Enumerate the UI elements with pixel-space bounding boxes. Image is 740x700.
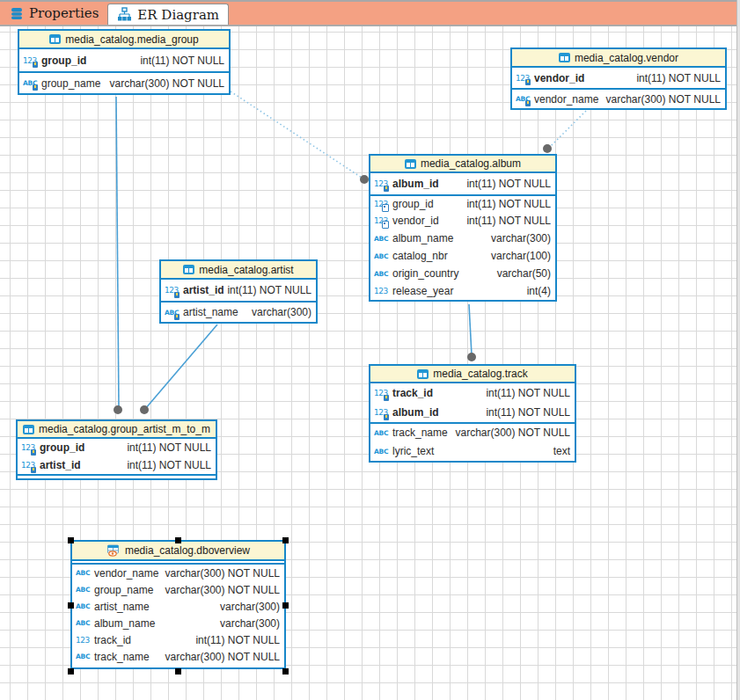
selection-handle-bottom-left[interactable] (68, 668, 74, 674)
tab-label: Properties (29, 5, 99, 21)
entity-track[interactable]: media_catalog.track track_id int(11) NOT… (369, 364, 576, 463)
relation-endpoint[interactable] (114, 405, 122, 414)
entity-header[interactable]: media_catalog.vendor (512, 49, 725, 68)
entity-header[interactable]: media_catalog.group_artist_m_to_m (18, 421, 216, 439)
entity-vendor[interactable]: media_catalog.vendor vendor_id int(11) N… (510, 47, 727, 110)
erd-editor: Properties ER Diagram (0, 0, 740, 700)
selection-handle-top-middle[interactable] (175, 537, 181, 543)
column-row[interactable]: album_id int(11) NOT NULL (370, 173, 555, 194)
text-key-icon (23, 77, 39, 89)
numeric-fk-icon (374, 215, 390, 227)
numeric-fk-icon (374, 199, 390, 210)
column-row[interactable]: group_name varchar(300) NOT NULL (19, 71, 229, 93)
column-row[interactable]: album_id int(11) NOT NULL (370, 403, 575, 422)
column-row[interactable]: artist_id int(11) NOT NULL (18, 456, 216, 474)
table-icon (417, 369, 429, 379)
table-icon (405, 159, 416, 169)
text-icon (374, 446, 390, 457)
entity-title: media_catalog.dboverview (125, 544, 250, 557)
entity-dboverview[interactable]: media_catalog.dboverview vendor_name var… (70, 540, 286, 669)
numeric-pk-icon (374, 388, 390, 399)
numeric-pk-icon (374, 407, 390, 419)
entity-title: media_catalog.media_group (65, 33, 198, 46)
text-icon (76, 584, 92, 595)
database-icon (9, 6, 24, 21)
text-key-icon (516, 93, 531, 105)
table-icon (183, 265, 194, 274)
view-icon (106, 544, 121, 557)
column-row[interactable]: artist_name varchar(300) (161, 301, 316, 322)
column-row[interactable]: release_year int(4) (370, 282, 555, 300)
column-row[interactable]: lyric_text text (370, 441, 575, 461)
column-row[interactable]: album_name varchar(300) (370, 230, 555, 247)
numeric-icon (374, 286, 390, 297)
text-icon (374, 233, 390, 244)
window-right-edge (736, 0, 740, 700)
numeric-pk-icon (165, 285, 180, 296)
column-row[interactable]: track_name varchar(300) NOT NULL (72, 648, 284, 665)
entity-header[interactable]: media_catalog.dboverview (72, 542, 284, 561)
text-icon (76, 601, 92, 612)
entity-title: media_catalog.vendor (575, 52, 678, 64)
column-row[interactable]: catalog_nbr varchar(100) (370, 247, 555, 265)
column-row[interactable]: origin_country varchar(50) (370, 265, 555, 282)
pk-section-divider (18, 474, 216, 476)
text-key-icon (165, 307, 180, 318)
numeric-icon (76, 634, 92, 645)
column-row[interactable]: album_name varchar(300) (72, 615, 284, 631)
column-row[interactable]: vendor_name varchar(300) NOT NULL (512, 88, 725, 108)
table-icon (49, 34, 61, 44)
entity-artist[interactable]: media_catalog.artist artist_id int(11) N… (159, 259, 318, 324)
column-row[interactable]: group_id int(11) NOT NULL (18, 439, 216, 456)
tab-properties[interactable]: Properties (0, 2, 107, 25)
selection-handle-right-middle[interactable] (282, 602, 289, 609)
relation-endpoint[interactable] (140, 405, 149, 414)
entity-title: media_catalog.album (421, 157, 521, 170)
relation-endpoint[interactable] (467, 353, 476, 361)
entity-title: media_catalog.group_artist_m_to_m (39, 423, 210, 435)
numeric-pk-icon (21, 442, 37, 454)
numeric-pk-icon (23, 55, 39, 66)
entity-album[interactable]: media_catalog.album album_id int(11) NOT… (369, 154, 557, 302)
text-icon (374, 251, 390, 262)
er-diagram-icon (117, 7, 132, 22)
column-row[interactable]: group_name varchar(300) NOT NULL (72, 581, 284, 598)
tab-label: ER Diagram (137, 7, 219, 23)
entity-header[interactable]: media_catalog.track (370, 366, 575, 383)
column-row[interactable]: track_id int(11) NOT NULL (72, 631, 284, 648)
text-icon (76, 567, 92, 579)
entity-title: media_catalog.artist (199, 264, 293, 276)
entity-group_artist_m_to_m[interactable]: media_catalog.group_artist_m_to_m group_… (16, 419, 217, 480)
column-row[interactable]: vendor_name varchar(300) NOT NULL (72, 565, 284, 581)
numeric-pk-icon (516, 72, 531, 84)
column-row[interactable]: group_id int(11) NOT NULL (370, 194, 555, 212)
numeric-pk-icon (374, 179, 390, 190)
numeric-pk-icon (21, 460, 37, 471)
text-icon (76, 651, 92, 662)
text-icon (374, 427, 390, 439)
entity-media_group[interactable]: media_catalog.media_group group_id int(1… (18, 29, 231, 95)
column-row[interactable]: vendor_id int(11) NOT NULL (512, 68, 725, 88)
tab-er-diagram[interactable]: ER Diagram (107, 4, 229, 25)
column-row[interactable]: artist_id int(11) NOT NULL (161, 280, 316, 301)
column-row[interactable]: vendor_id int(11) NOT NULL (370, 212, 555, 230)
selection-handle-top-right[interactable] (282, 537, 289, 543)
selection-handle-left-middle[interactable] (68, 602, 74, 609)
column-row[interactable]: track_id int(11) NOT NULL (370, 383, 575, 403)
table-icon (23, 425, 34, 434)
text-icon (76, 617, 92, 629)
selection-handle-top-left[interactable] (68, 537, 74, 543)
relation-endpoint[interactable] (360, 175, 369, 184)
entity-header[interactable]: media_catalog.media_group (19, 31, 229, 49)
relation-endpoint[interactable] (543, 144, 552, 153)
entity-title: media_catalog.track (433, 368, 527, 380)
selection-handle-bottom-right[interactable] (282, 668, 289, 674)
selection-handle-bottom-middle[interactable] (175, 668, 181, 674)
column-row[interactable]: artist_name varchar(300) (72, 598, 284, 615)
column-row[interactable]: group_id int(11) NOT NULL (19, 49, 229, 71)
entity-header[interactable]: media_catalog.album (370, 156, 555, 173)
text-icon (374, 268, 390, 280)
column-row[interactable]: track_name varchar(300) NOT NULL (370, 422, 575, 441)
entity-header[interactable]: media_catalog.artist (161, 261, 316, 280)
table-icon (559, 53, 570, 62)
